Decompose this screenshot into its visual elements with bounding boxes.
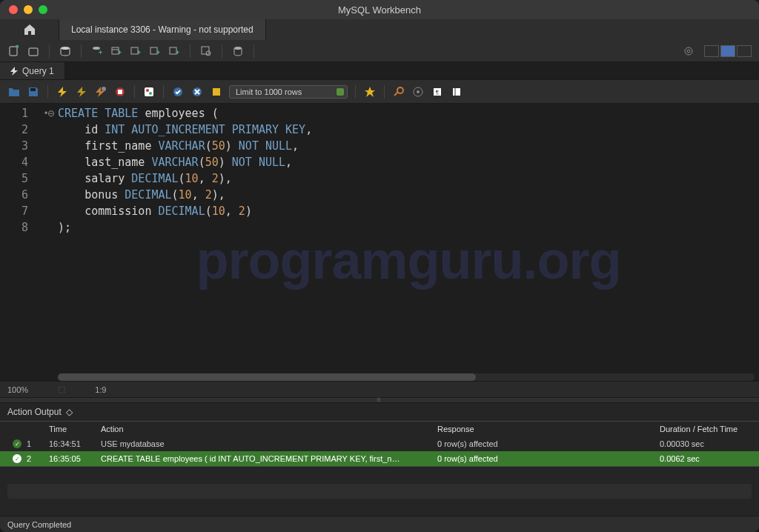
query-tab-label: Query 1 (22, 66, 54, 76)
svg-rect-28 (145, 87, 153, 96)
main-toolbar (0, 40, 759, 62)
zoom-level[interactable]: 100% (7, 385, 28, 394)
output-panel: Action Output ◇ Time Action Response Dur… (0, 403, 759, 516)
limit-rows-dropdown[interactable]: Limit to 1000 rows (229, 85, 348, 99)
connection-tab-label: Local instance 3306 - Warning - not supp… (71, 24, 253, 35)
query-tabbar: Query 1 (0, 62, 759, 80)
watermark-text: programguru.org (58, 252, 759, 268)
create-table-icon[interactable] (110, 44, 123, 58)
svg-rect-9 (119, 50, 120, 54)
lightning-icon (10, 67, 18, 76)
svg-point-34 (397, 87, 403, 93)
svg-point-29 (146, 89, 149, 92)
horizontal-scrollbar[interactable] (58, 373, 755, 381)
svg-point-30 (149, 92, 152, 95)
toggle-secondary-sidebar[interactable] (737, 45, 752, 57)
output-row[interactable]: ✓ 2 16:35:05 CREATE TABLE employees ( id… (0, 451, 759, 466)
create-view-icon[interactable] (129, 44, 142, 58)
sql-editor[interactable]: 1 2 3 4 5 6 7 8 •⊖ CREATE TABLE employee… (0, 104, 759, 381)
col-action-header: Action (96, 425, 433, 433)
open-sql-icon[interactable] (27, 44, 40, 58)
output-row[interactable]: ✓ 1 16:34:51 USE mydatabase 0 row(s) aff… (0, 436, 759, 451)
settings-gear-icon[interactable] (682, 44, 695, 58)
code-content[interactable]: CREATE TABLE employees ( id INT AUTO_INC… (58, 104, 759, 381)
window-title: MySQL Workbench (338, 4, 421, 16)
explain-icon[interactable] (94, 85, 107, 99)
output-table: Time Action Response Duration / Fetch Ti… (0, 421, 759, 467)
execute-current-icon[interactable] (75, 85, 88, 99)
svg-point-23 (687, 50, 690, 53)
connection-tabbar: Local instance 3306 - Warning - not supp… (0, 19, 759, 40)
toggle-output[interactable] (720, 45, 735, 57)
wrap-icon[interactable]: ¶ (431, 85, 444, 99)
open-file-icon[interactable] (7, 85, 21, 99)
svg-point-20 (206, 51, 211, 56)
toggle-autocommit-icon[interactable] (142, 85, 156, 99)
line-number: 5 (0, 170, 42, 187)
inspector-icon[interactable] (59, 44, 72, 58)
output-splitter[interactable]: ⠿ (0, 397, 759, 403)
new-sql-tab-icon[interactable] (7, 44, 21, 58)
svg-rect-5 (100, 50, 101, 54)
reconnect-icon[interactable] (231, 44, 245, 58)
line-number: 4 (0, 154, 42, 170)
snippets-icon[interactable] (450, 85, 463, 99)
svg-rect-33 (213, 88, 220, 96)
svg-rect-12 (139, 50, 139, 54)
toggle-limit-icon[interactable] (210, 85, 223, 99)
svg-rect-13 (150, 47, 157, 54)
editor-statusbar: 100% ⬚ 1:9 (0, 381, 759, 397)
line-number: 6 (0, 187, 42, 203)
window-close-button[interactable] (9, 5, 18, 14)
svg-rect-24 (30, 88, 36, 91)
svg-rect-27 (118, 90, 122, 94)
home-icon (24, 24, 36, 36)
commit-icon[interactable] (171, 85, 185, 99)
execute-icon[interactable] (56, 85, 69, 99)
line-number: 7 (0, 203, 42, 219)
output-header-row: Time Action Response Duration / Fetch Ti… (0, 422, 759, 436)
find-icon[interactable] (392, 85, 405, 99)
create-schema-icon[interactable] (90, 44, 104, 58)
svg-rect-19 (202, 47, 209, 54)
connection-tab[interactable]: Local instance 3306 - Warning - not supp… (59, 19, 266, 40)
svg-point-22 (685, 47, 692, 55)
col-response-header: Response (433, 425, 655, 433)
window-zoom-button[interactable] (39, 5, 47, 14)
svg-point-36 (417, 90, 420, 93)
home-tab[interactable] (0, 19, 59, 40)
rollback-icon[interactable] (190, 85, 204, 99)
create-procedure-icon[interactable] (148, 44, 162, 58)
svg-rect-39 (453, 88, 460, 96)
search-table-icon[interactable] (199, 44, 213, 58)
success-icon: ✓ (13, 439, 21, 448)
output-type-dropdown[interactable]: Action Output ◇ (7, 407, 73, 417)
svg-point-25 (102, 87, 106, 91)
line-number: 3 (0, 138, 42, 154)
col-time-header: Time (49, 425, 96, 433)
stop-icon[interactable] (113, 85, 127, 99)
titlebar: MySQL Workbench (0, 0, 759, 19)
status-footer: Query Completed (0, 516, 759, 532)
query-tab[interactable]: Query 1 (0, 62, 65, 79)
toggle-sidebar[interactable] (704, 45, 719, 57)
fold-marker-icon[interactable]: •⊖ (42, 105, 58, 122)
save-icon[interactable] (27, 85, 40, 99)
cursor-position: 1:9 (95, 385, 106, 394)
editor-toolbar: Limit to 1000 rows ¶ (0, 80, 759, 104)
svg-rect-10 (131, 47, 138, 54)
svg-rect-6 (112, 47, 119, 54)
svg-rect-16 (170, 47, 176, 54)
app-window: MySQL Workbench Local instance 3306 - Wa… (0, 0, 759, 532)
create-function-icon[interactable] (168, 44, 181, 58)
empty-placeholder (7, 484, 752, 499)
line-number: 2 (0, 122, 42, 138)
success-icon: ✓ (13, 454, 21, 463)
invisible-chars-icon[interactable] (411, 85, 425, 99)
svg-point-3 (93, 47, 100, 50)
beautify-icon[interactable] (363, 85, 377, 99)
svg-rect-15 (158, 50, 159, 54)
window-minimize-button[interactable] (24, 5, 33, 14)
line-gutter: 1 2 3 4 5 6 7 8 (0, 104, 42, 381)
line-number: 8 (0, 219, 42, 236)
